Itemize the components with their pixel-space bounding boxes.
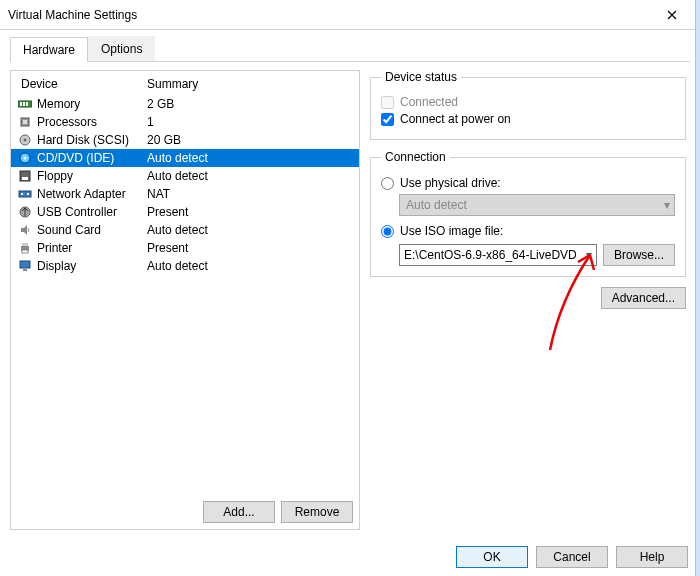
use-iso-input[interactable] (381, 225, 394, 238)
disk-icon (17, 133, 33, 147)
connection-group: Connection Use physical drive: Auto dete… (370, 150, 686, 277)
tab-hardware[interactable]: Hardware (10, 37, 88, 62)
svg-rect-17 (22, 243, 28, 246)
use-iso-radio[interactable]: Use ISO image file: (381, 224, 675, 238)
device-name: Floppy (37, 169, 147, 183)
chevron-down-icon[interactable]: ▾ (586, 248, 592, 262)
device-list: Memory2 GBProcessors1Hard Disk (SCSI)20 … (11, 95, 359, 275)
device-row-network-adapter[interactable]: Network AdapterNAT (11, 185, 359, 203)
net-icon (17, 187, 33, 201)
svg-rect-12 (19, 191, 31, 197)
physical-drive-combo: Auto detect ▾ (399, 194, 675, 216)
svg-rect-2 (23, 102, 25, 106)
device-row-printer[interactable]: PrinterPresent (11, 239, 359, 257)
settings-panel: Device status Connected Connect at power… (370, 70, 690, 530)
svg-rect-5 (23, 120, 27, 124)
help-button[interactable]: Help (616, 546, 688, 568)
connection-legend: Connection (381, 150, 450, 164)
memory-icon (17, 97, 33, 111)
remove-button[interactable]: Remove (281, 501, 353, 523)
browse-button[interactable]: Browse... (603, 244, 675, 266)
header-device: Device (17, 77, 147, 91)
device-name: Memory (37, 97, 147, 111)
use-physical-radio[interactable]: Use physical drive: (381, 176, 675, 190)
device-summary: Auto detect (147, 223, 353, 237)
ok-button[interactable]: OK (456, 546, 528, 568)
window-title: Virtual Machine Settings (8, 8, 137, 22)
device-name: Hard Disk (SCSI) (37, 133, 147, 147)
svg-rect-1 (20, 102, 22, 106)
device-row-processors[interactable]: Processors1 (11, 113, 359, 131)
cd-icon (17, 151, 33, 165)
connect-poweron-input[interactable] (381, 113, 394, 126)
device-row-hard-disk-scsi-[interactable]: Hard Disk (SCSI)20 GB (11, 131, 359, 149)
iso-path-combo[interactable]: E:\CentOS-6.9-x86_64-LiveDVD ▾ (399, 244, 597, 266)
tab-options[interactable]: Options (88, 36, 155, 61)
connected-checkbox: Connected (381, 95, 675, 109)
dialog-footer: OK Cancel Help (456, 546, 688, 568)
device-header: Device Summary (11, 71, 359, 95)
svg-rect-18 (22, 250, 28, 253)
usb-icon (17, 205, 33, 219)
svg-rect-11 (22, 177, 28, 180)
device-summary: Auto detect (147, 151, 353, 165)
device-row-usb-controller[interactable]: USB ControllerPresent (11, 203, 359, 221)
right-edge-strip (695, 0, 700, 576)
connect-poweron-checkbox[interactable]: Connect at power on (381, 112, 675, 126)
svg-point-9 (24, 157, 27, 160)
device-name: Network Adapter (37, 187, 147, 201)
device-name: Display (37, 259, 147, 273)
use-physical-input[interactable] (381, 177, 394, 190)
printer-icon (17, 241, 33, 255)
device-name: USB Controller (37, 205, 147, 219)
sound-icon (17, 223, 33, 237)
device-name: Printer (37, 241, 147, 255)
cpu-icon (17, 115, 33, 129)
svg-rect-19 (20, 261, 30, 268)
device-summary: NAT (147, 187, 353, 201)
tab-strip: Hardware Options (10, 36, 690, 62)
display-icon (17, 259, 33, 273)
advanced-button[interactable]: Advanced... (601, 287, 686, 309)
connected-input (381, 96, 394, 109)
device-row-floppy[interactable]: FloppyAuto detect (11, 167, 359, 185)
device-summary: 20 GB (147, 133, 353, 147)
cancel-button[interactable]: Cancel (536, 546, 608, 568)
device-summary: 2 GB (147, 97, 353, 111)
device-panel: Device Summary Memory2 GBProcessors1Hard… (10, 70, 360, 530)
chevron-down-icon: ▾ (664, 198, 670, 212)
device-name: CD/DVD (IDE) (37, 151, 147, 165)
close-button[interactable] (652, 1, 692, 29)
device-row-cd-dvd-ide-[interactable]: CD/DVD (IDE)Auto detect (11, 149, 359, 167)
device-summary: Auto detect (147, 169, 353, 183)
device-row-display[interactable]: DisplayAuto detect (11, 257, 359, 275)
device-status-group: Device status Connected Connect at power… (370, 70, 686, 140)
device-row-memory[interactable]: Memory2 GB (11, 95, 359, 113)
svg-rect-20 (23, 269, 27, 271)
titlebar: Virtual Machine Settings (0, 0, 700, 30)
svg-rect-14 (27, 193, 29, 195)
header-summary: Summary (147, 77, 198, 91)
device-name: Sound Card (37, 223, 147, 237)
device-status-legend: Device status (381, 70, 461, 84)
add-button[interactable]: Add... (203, 501, 275, 523)
svg-rect-3 (26, 102, 28, 106)
device-name: Processors (37, 115, 147, 129)
device-summary: Present (147, 205, 353, 219)
svg-rect-13 (21, 193, 23, 195)
device-summary: Present (147, 241, 353, 255)
device-summary: 1 (147, 115, 353, 129)
device-row-sound-card[interactable]: Sound CardAuto detect (11, 221, 359, 239)
floppy-icon (17, 169, 33, 183)
device-summary: Auto detect (147, 259, 353, 273)
svg-point-7 (24, 139, 27, 142)
